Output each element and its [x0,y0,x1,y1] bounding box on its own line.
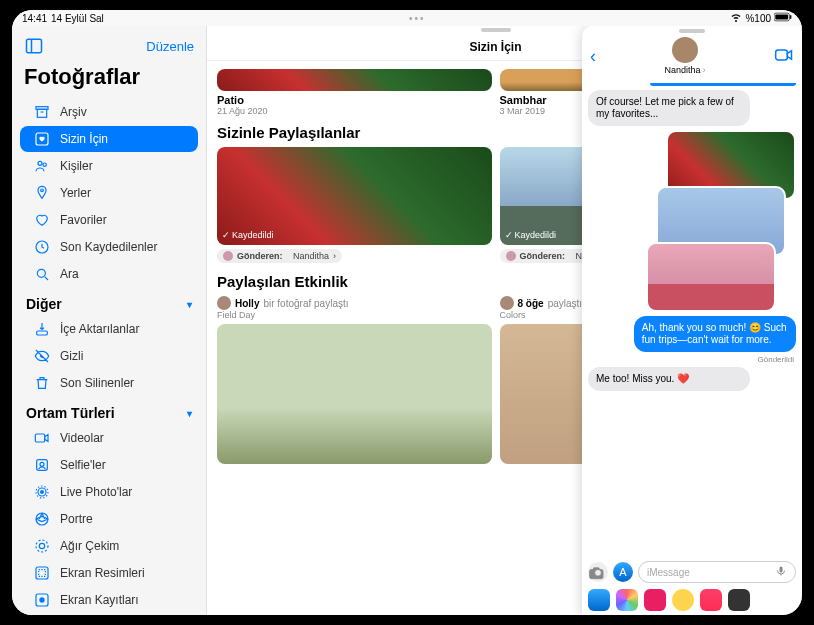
sidebar-item-label: Selfie'ler [60,458,106,472]
sidebar-item-search[interactable]: Ara [20,261,198,287]
section-title: Diğer [26,296,62,312]
status-time: 14:41 [22,13,47,24]
sidebar-item-label: Ekran Resimleri [60,566,145,580]
svg-rect-16 [35,434,44,442]
wifi-icon [730,11,742,25]
app-icon[interactable] [644,589,666,611]
memoji-icon[interactable] [672,589,694,611]
selfie-icon [34,457,50,473]
sidebar-item-trash[interactable]: Son Silinenler [20,370,198,396]
svg-rect-3 [27,39,42,52]
sidebar-item-screenshot[interactable]: Ekran Resimleri [20,560,198,586]
sidebar-section-header[interactable]: Ortam Türleri▾ [12,397,206,424]
sidebar-item-selfie[interactable]: Selfie'ler [20,452,198,478]
sidebar-item-import[interactable]: İçe Aktarılanlar [20,316,198,342]
camera-button[interactable] [588,562,608,582]
sidebar-item-label: Sizin İçin [60,132,108,146]
chevron-right-icon: › [703,65,706,75]
svg-rect-6 [37,109,46,117]
avatar [217,296,231,310]
sidebar-item-label: Yerler [60,186,91,200]
sidebar-item-record[interactable]: Ekran Kayıtları [20,587,198,613]
avatar [500,296,514,310]
svg-point-22 [36,513,48,525]
sidebar-title: Fotoğraflar [12,60,206,98]
search-icon [34,266,50,282]
sidebar-section-header[interactable]: Paylaşılan Albümler▾ [12,614,206,615]
saved-badge: ✓ Kaydedildi [222,230,274,240]
music-app-icon[interactable] [700,589,722,611]
sidebar-item-archive[interactable]: Arşiv [20,99,198,125]
sidebar-item-heart[interactable]: Favoriler [20,207,198,233]
sidebar-item-clock[interactable]: Son Kaydedilenler [20,234,198,260]
content-handle[interactable] [481,28,511,32]
back-button[interactable]: ‹ [590,46,596,67]
live-icon [34,484,50,500]
trash-icon [34,375,50,391]
edit-button[interactable]: Düzenle [146,39,194,54]
sidebar-item-video[interactable]: Videolar [20,425,198,451]
sidebar-item-label: Live Photo'lar [60,485,132,499]
sidebar-item-eye-off[interactable]: Gizli [20,343,198,369]
clock-icon [34,239,50,255]
sidebar-item-live[interactable]: Live Photo'lar [20,479,198,505]
import-icon [34,321,50,337]
sidebar-item-label: Videolar [60,431,104,445]
app-icon[interactable] [728,589,750,611]
sidebar-section-header[interactable]: Diğer▾ [12,288,206,315]
sidebar-item-label: Gizli [60,349,83,363]
sidebar-item-slowmo[interactable]: Ağır Çekim [20,533,198,559]
dictate-icon[interactable] [775,565,787,579]
svg-line-14 [45,277,48,280]
video-icon [34,430,50,446]
image-attachments[interactable] [646,130,796,312]
sidebar-item-people[interactable]: Kişiler [20,153,198,179]
people-icon [34,158,50,174]
facetime-button[interactable] [774,45,794,67]
chevron-down-icon: ▾ [187,408,192,419]
slowmo-icon [34,538,50,554]
message-bubble-in[interactable]: Of course! Let me pick a few of my favor… [588,90,750,126]
activity-card[interactable]: Holly bir fotoğraf paylaştı Field Day [217,296,492,464]
svg-point-23 [36,540,48,552]
contact-header[interactable]: Nanditha › [664,37,705,75]
status-bar: 14:41 14 Eylül Sal ••• %100 [12,10,802,26]
sidebar-item-aperture[interactable]: Portre [20,506,198,532]
message-bubble-in[interactable]: Me too! Miss you. ❤️ [588,367,750,391]
photos-app-icon[interactable] [616,589,638,611]
sidebar-item-heart-square[interactable]: Sizin İçin [20,126,198,152]
message-thread[interactable]: Of course! Let me pick a few of my favor… [582,79,802,557]
sidebar-item-pin[interactable]: Yerler [20,180,198,206]
battery-icon [774,12,792,24]
svg-point-13 [37,269,45,277]
contact-avatar [672,37,698,63]
sidebar-item-label: Kişiler [60,159,93,173]
sidebar-item-label: Ekran Kayıtları [60,593,139,607]
pin-icon [34,185,50,201]
attachment-image[interactable] [646,242,776,312]
svg-rect-25 [36,567,48,579]
section-title: Ortam Türleri [26,405,115,421]
sidebar-item-label: Portre [60,512,93,526]
memory-title: Patio [217,94,492,106]
svg-rect-29 [776,50,788,60]
sidebar: Düzenle Fotoğraflar ArşivSizin İçinKişil… [12,26,207,615]
sender-pill[interactable]: Gönderen: Nanditha › [217,249,342,263]
svg-rect-1 [775,14,788,19]
memory-date: 21 Ağu 2020 [217,106,492,116]
sidebar-item-label: Ağır Çekim [60,539,119,553]
sidebar-toggle-icon[interactable] [24,36,44,56]
chevron-down-icon: ▾ [187,299,192,310]
message-bubble-out[interactable]: Ah, thank you so much! 😊 Such fun trips—… [634,316,796,352]
svg-rect-30 [780,567,783,573]
shared-card[interactable]: ✓ Kaydedildi Gönderen: Nanditha › [217,147,492,265]
sidebar-item-label: Son Kaydedilenler [60,240,157,254]
appstore-button[interactable]: A [613,562,633,582]
app-store-icon[interactable] [588,589,610,611]
memory-card[interactable]: Patio 21 Ağu 2020 [217,69,492,116]
message-input[interactable]: iMessage [638,561,796,583]
sidebar-item-label: İçe Aktarılanlar [60,322,139,336]
multitask-dots[interactable]: ••• [409,13,426,24]
screen: 14:41 14 Eylül Sal ••• %100 Düzenle Foto… [12,10,802,615]
sidebar-item-label: Ara [60,267,79,281]
